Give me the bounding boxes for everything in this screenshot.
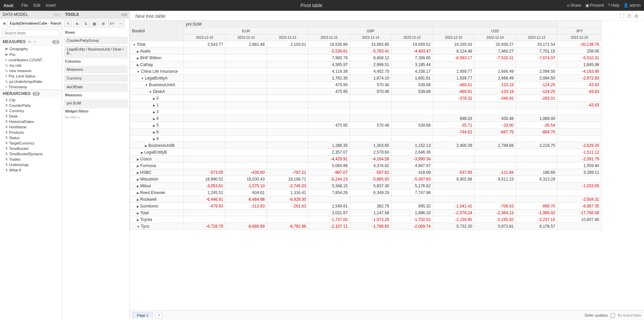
- measure-pnl[interactable]: ▶ PnL: [0, 52, 62, 57]
- hierarchy-city[interactable]: ⧗ City: [0, 97, 62, 103]
- hierarchy-trades[interactable]: ⧗ Trades: [0, 157, 62, 162]
- xy-icon[interactable]: XY: [108, 20, 116, 27]
- measure-new-measure[interactable]: fx new measure: [0, 68, 62, 73]
- hierarchy-historical-dates[interactable]: ⧗ HistoricalDates: [0, 119, 62, 124]
- expand-icon[interactable]: ▼: [141, 77, 144, 80]
- measure-my-calc[interactable]: fx my calc: [0, 63, 62, 68]
- measure-contributors-count[interactable]: # contributors.COUNT: [0, 57, 62, 63]
- cell-value: 8,124.46: [433, 48, 474, 55]
- hierarchy-desk[interactable]: ⧗ Desk: [0, 114, 62, 119]
- expand-icon[interactable]: ▶: [141, 151, 143, 154]
- col-eur-d3: 2023-12-13: [267, 34, 308, 41]
- cell-value: -1,737.00: [308, 216, 350, 223]
- cell-value: -35.71: [433, 122, 474, 129]
- expand-icon[interactable]: ▼: [137, 225, 140, 228]
- col-eur-d2: 2023-12-14: [225, 34, 267, 41]
- expand-icon[interactable]: ⊞: [99, 20, 107, 27]
- cell-value: [225, 48, 267, 55]
- cell-value: -898.70: [516, 203, 557, 210]
- cell-value: [516, 135, 557, 142]
- chart-icon[interactable]: ▦: [91, 20, 98, 27]
- arrows-icon[interactable]: ↔: [117, 20, 124, 27]
- cell-value: -261.63: [267, 203, 308, 210]
- hierarchy-underlyings[interactable]: ⧗ Underlyings: [0, 162, 62, 167]
- menu-file[interactable]: File: [22, 3, 28, 8]
- menu-insert[interactable]: Insert: [46, 3, 56, 8]
- pencil-icon[interactable]: ✎: [64, 20, 72, 27]
- cell-value: [184, 61, 225, 68]
- expand-icon[interactable]: ▶: [153, 117, 155, 121]
- expand-icon[interactable]: ▶: [137, 218, 139, 222]
- cell-value: [474, 156, 516, 162]
- expand-icon[interactable]: ▶: [137, 178, 139, 181]
- hierarchy-status[interactable]: ⧗ Status: [0, 135, 62, 140]
- help-button[interactable]: ? Help: [608, 3, 619, 8]
- row-label-text: Mitsui: [140, 184, 151, 188]
- expand-icon[interactable]: ▶: [137, 171, 139, 174]
- expand-icon[interactable]: ▶: [137, 63, 139, 67]
- hierarchy-hostname[interactable]: ⧗ HostName: [0, 124, 62, 130]
- collapse-tools-icon[interactable]: ◁◁: [121, 12, 127, 17]
- table-row: ▶Reed Elsevier1,245.51604.611,316.417,85…: [130, 189, 602, 196]
- cell-value: [184, 210, 225, 216]
- cube-dropdown[interactable]: EquityDerivativesCube - Ranch 5...: [7, 20, 62, 27]
- expand-icon[interactable]: ▶: [137, 185, 139, 188]
- settings-icon[interactable]: ⚙: [634, 13, 639, 19]
- cell-value: 475.95: [308, 82, 350, 88]
- cell-value: -2,069.74: [391, 223, 433, 230]
- row-label: ▶Mitsubishi: [130, 176, 184, 183]
- filter-icon[interactable]: ⊗: [73, 20, 81, 27]
- hierarchy-time-bucket-dynamic[interactable]: ⧗ TimeBucketDynamic: [0, 151, 62, 157]
- add-page-button[interactable]: +: [156, 312, 162, 319]
- expand-icon[interactable]: ▶: [153, 104, 155, 107]
- expand-icon[interactable]: ▶: [153, 97, 155, 100]
- expand-icon[interactable]: ▶: [137, 198, 139, 201]
- expand-icon[interactable]: ▼: [137, 70, 140, 73]
- expand-icon[interactable]: ▶: [137, 164, 139, 168]
- expand-icon[interactable]: ▶: [137, 57, 139, 60]
- data-model-header: DATA MODEL ◁◁: [0, 11, 62, 19]
- hierarchy-target-currency[interactable]: ⧗ TargetCurrency: [0, 140, 62, 146]
- pivot-table-container[interactable]: BookId pnl.SUM EUR GBP USD JPY 2023-12-1…: [130, 21, 644, 310]
- menu-edit[interactable]: Edit: [33, 3, 40, 8]
- expand-icon[interactable]: ▶: [137, 205, 139, 208]
- hierarchy-products[interactable]: ⧗ Products: [0, 130, 62, 135]
- expand-icon[interactable]: ▶: [153, 137, 155, 141]
- hierarchy-time-bucket[interactable]: ⧗ TimeBucket: [0, 146, 62, 151]
- expand-icon[interactable]: ▶: [137, 50, 139, 53]
- cell-value: [433, 61, 474, 68]
- admin-button[interactable]: 👤 admin: [623, 3, 641, 8]
- cell-value: -460.61: [433, 88, 474, 95]
- hierarchy-currency[interactable]: ⧗ Currency: [0, 108, 62, 114]
- clock-icon[interactable]: ⏱: [627, 13, 632, 19]
- search-input[interactable]: [2, 30, 60, 36]
- expand-icon[interactable]: ▶: [153, 131, 155, 134]
- expand-icon[interactable]: ▶: [153, 124, 155, 127]
- expand-icon[interactable]: ▼: [149, 90, 152, 94]
- cell-value: [225, 156, 267, 162]
- expand-icon[interactable]: ▶: [153, 110, 155, 114]
- share-button[interactable]: ⎋ Share: [567, 3, 581, 8]
- measure-pv-underlyings-ratio[interactable]: fx pv.UnderlyingsRatio: [0, 79, 62, 84]
- col-gbp-d3: 2023-12-13: [391, 34, 433, 41]
- col-gbp-d2: 2023-12-14: [350, 34, 391, 41]
- expand-icon[interactable]: ▶: [137, 191, 139, 195]
- expand-icon[interactable]: ▼: [145, 84, 148, 87]
- hierarchy-counterparty[interactable]: ⧗ CounterParty: [0, 103, 62, 108]
- expand-icon[interactable]: ▶: [145, 144, 147, 148]
- cell-value: [391, 196, 433, 203]
- sort-icon[interactable]: ⇅: [82, 20, 89, 27]
- measure-pnl-limit-status[interactable]: # PnL Limit Status: [0, 73, 62, 79]
- page-tab-1[interactable]: Page 1: [132, 312, 153, 319]
- expand-icon[interactable]: ▶: [137, 212, 139, 215]
- row-label-text: HSBC: [140, 170, 151, 175]
- expand-icon[interactable]: ▶: [137, 158, 139, 161]
- present-button[interactable]: ▣ Present: [585, 3, 604, 8]
- fullscreen-icon[interactable]: ⛶: [619, 13, 624, 19]
- measure-timestamp[interactable]: # Timestamp: [0, 84, 62, 90]
- hierarchy-what-if[interactable]: ⧗ What-If: [0, 167, 62, 173]
- measure-geography[interactable]: ▶ Geography: [0, 46, 62, 52]
- defer-updates-checkbox[interactable]: [611, 313, 615, 318]
- collapse-left-icon[interactable]: ◁◁: [53, 12, 59, 17]
- expand-icon[interactable]: ▼: [133, 43, 136, 46]
